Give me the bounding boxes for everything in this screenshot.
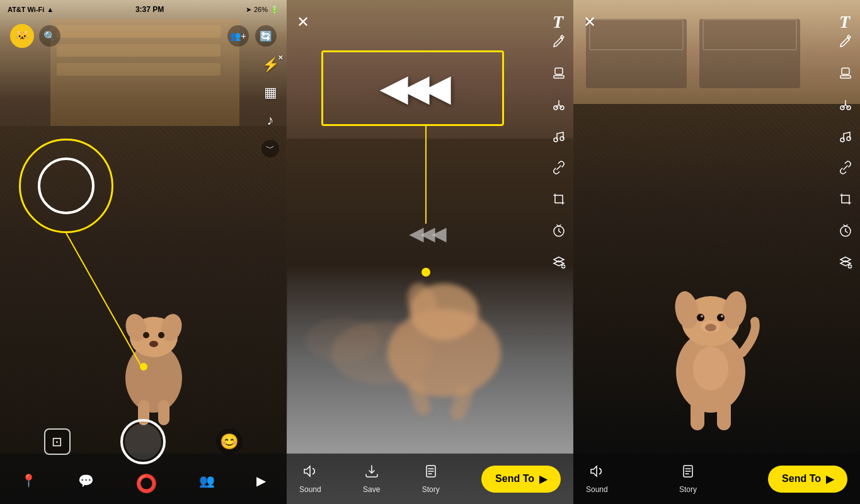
music-tool-button-snap[interactable]: [839, 129, 852, 147]
video-filter-icon: ▦: [264, 84, 277, 100]
svg-point-34: [697, 314, 704, 321]
close-button-snap[interactable]: ✕: [583, 13, 596, 31]
connector-line: [425, 126, 427, 224]
svg-point-35: [717, 314, 725, 321]
story-label-snap: Story: [679, 485, 697, 494]
crop-tool-button[interactable]: [552, 192, 566, 210]
flip-camera-button[interactable]: 🔄: [255, 25, 277, 47]
gallery-icon: ⊡: [52, 434, 62, 449]
location-icon: 📍: [21, 473, 37, 488]
sound-button-edit[interactable]: Sound: [299, 464, 321, 494]
svg-point-37: [721, 315, 723, 318]
tab-friends[interactable]: 👥: [199, 473, 215, 494]
tab-chat[interactable]: 💬: [78, 473, 94, 494]
send-to-arrow-snap: ▶: [826, 473, 834, 485]
send-to-arrow-edit: ▶: [539, 473, 547, 485]
scissors-tool-button-snap[interactable]: [839, 98, 852, 115]
send-to-label-edit: Send To: [495, 473, 534, 484]
edit-bottom-bar: Sound Save Story Send To ▶: [287, 454, 573, 504]
battery-icon: 🔋: [270, 6, 279, 14]
camera-tab-bar: 📍 💬 ⭕ 👥 ▶: [0, 469, 287, 498]
svg-rect-43: [842, 68, 849, 74]
camera-controls: ⊡ 😊: [0, 419, 287, 464]
dog-camera: [103, 290, 204, 428]
snap-top-bar: ✕ T: [573, 0, 860, 38]
rewind-arrows-large: ◀◀◀: [381, 69, 445, 108]
pencil-tool-button-snap[interactable]: [839, 35, 852, 52]
svg-point-36: [701, 315, 703, 318]
svg-point-16: [306, 318, 381, 362]
snap-panel: ✕ T So: [573, 0, 860, 504]
snap-bottom-bar: Sound Story Send To ▶: [573, 454, 860, 504]
link-tool-button-snap[interactable]: [839, 161, 852, 178]
dog-snap: [648, 258, 774, 435]
status-time: 3:37 PM: [135, 5, 164, 14]
crop-tool-button-snap[interactable]: [839, 192, 852, 210]
story-label-edit: Story: [422, 485, 440, 494]
focus-circle-outer: [19, 139, 113, 233]
chat-icon: 💬: [78, 473, 94, 488]
text-tool-button-snap[interactable]: T: [839, 12, 850, 32]
status-right: ➤ 26% 🔋: [246, 6, 279, 14]
send-to-label-snap: Send To: [782, 473, 821, 484]
timer-tool-button[interactable]: [552, 224, 566, 241]
tab-location[interactable]: 📍: [21, 473, 37, 494]
tab-play[interactable]: ▶: [256, 473, 266, 494]
stamp-tool-button-snap[interactable]: [839, 66, 852, 84]
wifi-icon: ▲: [47, 6, 54, 13]
flash-icon: ⚡: [262, 57, 279, 72]
dog-edit-blur: [306, 214, 545, 428]
edit-top-bar: ✕ T: [287, 0, 573, 38]
tab-camera[interactable]: ⭕: [135, 473, 158, 494]
save-button[interactable]: Save: [363, 464, 380, 494]
svg-rect-40: [691, 400, 704, 430]
text-tool-button[interactable]: T: [553, 12, 563, 32]
timer-tool-button-snap[interactable]: [839, 224, 852, 241]
sound-button-snap[interactable]: Sound: [586, 464, 608, 494]
svg-point-4: [143, 332, 149, 338]
send-to-button-edit[interactable]: Send To ▶: [481, 466, 561, 493]
gallery-button[interactable]: ⊡: [44, 428, 71, 455]
expand-button[interactable]: ﹀: [261, 140, 279, 158]
story-button-snap[interactable]: Story: [679, 464, 697, 494]
battery-text: 26%: [254, 6, 268, 13]
video-filter-button[interactable]: ▦: [264, 84, 277, 101]
sound-icon-edit: [302, 464, 318, 483]
music-tool-button[interactable]: [552, 129, 566, 147]
rewind-arrows-small: ◀◀◀: [410, 224, 444, 244]
stamp-tool-button[interactable]: [552, 66, 566, 84]
sticker-button[interactable]: 😊: [216, 428, 243, 455]
link-tool-button[interactable]: [552, 161, 566, 178]
svg-rect-18: [554, 76, 564, 78]
flip-camera-icon: 🔄: [260, 30, 272, 42]
snap-right-toolbar: [839, 35, 852, 273]
layers-tool-button-snap[interactable]: [839, 255, 852, 273]
add-friend-button[interactable]: 👥+: [227, 25, 249, 47]
camera-top-bar: 🐱 🔍 👥+ 🔄: [0, 19, 287, 53]
svg-point-6: [149, 341, 158, 347]
sticker-icon: 😊: [220, 433, 239, 450]
pencil-tool-button[interactable]: [552, 35, 566, 52]
music-button[interactable]: ♪: [267, 112, 274, 129]
status-bar: AT&T Wi-Fi ▲ 3:37 PM ➤ 26% 🔋: [0, 0, 287, 19]
friends-icon: 👥: [199, 473, 215, 488]
shutter-button[interactable]: [120, 419, 166, 464]
scissors-tool-button[interactable]: [552, 98, 566, 115]
svg-rect-17: [555, 68, 563, 74]
story-button-edit[interactable]: Story: [422, 464, 440, 494]
send-to-button-snap[interactable]: Send To ▶: [768, 466, 847, 493]
edit-right-toolbar: [552, 35, 566, 273]
story-icon-snap: [680, 464, 696, 483]
search-button[interactable]: 🔍: [39, 25, 60, 47]
user-avatar[interactable]: 🐱: [10, 24, 34, 48]
camera-right-sidebar: ⚡ ✕ ▦ ♪ ﹀: [261, 57, 279, 158]
camera-bottom-bar: ⊡ 😊 📍 💬 ⭕ 👥: [0, 435, 287, 504]
svg-point-42: [693, 346, 728, 391]
close-button[interactable]: ✕: [297, 13, 309, 31]
layers-tool-button[interactable]: [552, 255, 566, 273]
carrier-text: AT&T Wi-Fi: [8, 6, 44, 13]
camera-icon: ⭕: [135, 473, 158, 494]
flash-button[interactable]: ⚡ ✕: [262, 57, 279, 73]
play-icon: ▶: [256, 473, 266, 488]
focus-circle-inner: [38, 158, 95, 214]
